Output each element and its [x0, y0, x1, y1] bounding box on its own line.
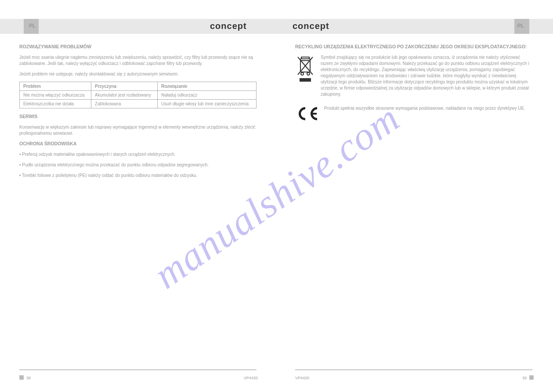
- troubleshooting-table: Problem Przyczyna Rozwiązanie Nie można …: [19, 82, 257, 108]
- env-item-text: Preferuj odzysk materiałów opakowaniowyc…: [22, 152, 175, 157]
- table-header: Przyczyna: [91, 82, 158, 91]
- env-item: • Preferuj odzysk materiałów opakowaniow…: [19, 151, 257, 158]
- lang-code-right: PL: [517, 23, 524, 29]
- table-cell: Naładuj odkurzacz: [157, 91, 256, 100]
- env-item-text: Pudło urządzenia elektrycznego można prz…: [22, 162, 209, 167]
- page-number-left: 38: [26, 376, 31, 380]
- table-row: Problem Przyczyna Rozwiązanie: [20, 82, 257, 91]
- ce-mark-icon: [295, 105, 319, 122]
- footer-rule-right: [295, 370, 532, 370]
- section-title-service: SERWIS: [19, 114, 257, 119]
- lang-code-left: PL: [29, 23, 36, 29]
- env-item: • Torebki foliowe z polietylenu (PE) nal…: [19, 173, 257, 179]
- weee-block: Symbol znajdujący się na produkcie lub j…: [295, 54, 532, 97]
- svg-point-1: [301, 72, 304, 75]
- header-bar: [0, 19, 553, 34]
- table-cell: Nie można włączyć odkurzacza: [20, 91, 91, 100]
- service-p1: Konserwację w większym zakresie lub napr…: [19, 124, 257, 137]
- ce-block: Produkt spełnia wszystkie stosowne wymag…: [295, 105, 532, 122]
- left-column: ROZWIĄZYWANIE PROBLEMÓW Jeżeli moc ssani…: [19, 44, 257, 183]
- weee-bin-icon: [295, 54, 315, 83]
- ce-text: Produkt spełnia wszystkie stosowne wymag…: [324, 105, 532, 111]
- env-item: • Pudło urządzenia elektrycznego można p…: [19, 162, 257, 168]
- svg-rect-6: [311, 113, 317, 115]
- section-title-environment: OCHRONA ŚRODOWISKA: [19, 141, 257, 146]
- troubleshooting-p1: Jeżeli moc ssania ulegnie nagłemu zmniej…: [19, 54, 257, 67]
- page-number-right: 39: [522, 376, 527, 380]
- brand-logo-right: concept: [293, 21, 329, 31]
- model-code-left: VP4420: [244, 376, 258, 380]
- svg-point-2: [307, 72, 310, 75]
- footer-square-left: [19, 375, 24, 380]
- table-cell: Usuń długie włosy lub inne zanieczyszcze…: [157, 100, 256, 108]
- brand-logo-left: concept: [210, 21, 247, 31]
- footer-rule-left: [19, 370, 257, 370]
- table-row: Nie można włączyć odkurzacza Akumulator …: [20, 91, 257, 100]
- troubleshooting-p2: Jeżeli problem nie ustępuje, należy skon…: [19, 71, 257, 77]
- table-header: Problem: [20, 82, 91, 91]
- right-column: RECYKLING URZĄDZENIA ELEKTRYCZNEGO PO ZA…: [295, 44, 532, 122]
- footer-square-right: [529, 375, 534, 380]
- recycling-text: Symbol znajdujący się na produkcie lub j…: [321, 54, 532, 97]
- model-code-right: VP4420: [295, 376, 309, 380]
- table-row: Elektroszczotka nie działa Zablokowana U…: [20, 100, 257, 108]
- table-cell: Zablokowana: [91, 100, 158, 108]
- env-item-text: Torebki foliowe z polietylenu (PE) należ…: [22, 173, 197, 178]
- svg-rect-5: [300, 78, 311, 82]
- table-cell: Akumulator jest rozładowany: [91, 91, 158, 100]
- section-title-troubleshooting: ROZWIĄZYWANIE PROBLEMÓW: [19, 44, 257, 49]
- table-header: Rozwiązanie: [157, 82, 256, 91]
- table-cell: Elektroszczotka nie działa: [20, 100, 91, 108]
- section-title-recycling: RECYKLING URZĄDZENIA ELEKTRYCZNEGO PO ZA…: [295, 44, 532, 49]
